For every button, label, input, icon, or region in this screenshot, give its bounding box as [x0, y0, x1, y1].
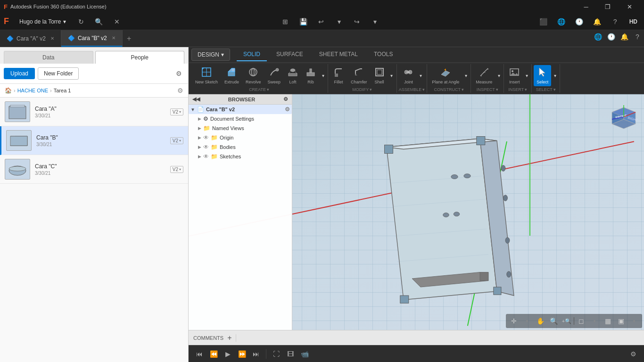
- breadcrumb-settings-icon[interactable]: ⚙: [177, 87, 183, 94]
- rib-button[interactable]: Rib: [302, 65, 319, 86]
- tab-data[interactable]: Data: [4, 51, 93, 64]
- settings-button[interactable]: ⚙: [627, 348, 639, 360]
- clock-icon[interactable]: 🕐: [604, 30, 618, 43]
- redo-dropdown[interactable]: ▾: [368, 15, 381, 28]
- design-dropdown[interactable]: DESIGN ▾: [191, 49, 230, 61]
- toolbar-tab-sheetmetal[interactable]: SHEET METAL: [313, 48, 364, 61]
- select-dropdown[interactable]: ▾: [552, 72, 558, 80]
- browser-item-named-views[interactable]: ▶ 📁 Named Views: [189, 123, 292, 133]
- new-folder-button[interactable]: New Folder: [38, 67, 79, 80]
- assemble-dropdown[interactable]: ▾: [418, 72, 423, 80]
- refresh-button[interactable]: ↻: [74, 15, 88, 28]
- notifications-button[interactable]: 🔔: [591, 15, 604, 28]
- file-version-a[interactable]: V2 ▾: [170, 108, 183, 115]
- tab-add-button[interactable]: +: [123, 30, 136, 47]
- tab-close-a[interactable]: ✕: [50, 36, 54, 41]
- search-button[interactable]: 🔍: [92, 15, 106, 28]
- shell-button[interactable]: Shell: [371, 65, 388, 86]
- tab-close-b[interactable]: ✕: [112, 35, 116, 41]
- online-icon-2[interactable]: 🌐: [591, 30, 604, 43]
- display-mode-button[interactable]: ◻: [575, 315, 587, 327]
- tab-cara-a[interactable]: 🔷 Cara "A" v2 ✕: [0, 30, 61, 47]
- joint-button[interactable]: Joint: [400, 65, 417, 86]
- breadcrumb-hache[interactable]: HACHE ONE: [17, 88, 48, 93]
- restore-button[interactable]: ❐: [597, 0, 619, 13]
- modify-dropdown[interactable]: ▾: [389, 72, 395, 80]
- grid-display-button[interactable]: ▦: [602, 315, 614, 327]
- root-settings-icon[interactable]: ⚙: [285, 106, 290, 113]
- online-button[interactable]: 🌐: [555, 15, 568, 28]
- viewport-layout-dropdown[interactable]: ▾: [628, 315, 640, 327]
- panel-settings-button[interactable]: ⚙: [173, 68, 184, 79]
- browser-item-sketches[interactable]: ▶ 👁 📁 Sketches: [189, 152, 292, 161]
- undo-dropdown[interactable]: ▾: [332, 15, 346, 28]
- canvas-wrapper[interactable]: ◀◀ BROWSER ⚙ ▼ 📄 Cara "B" v2 ⚙ ▶ ⚙: [189, 94, 644, 330]
- file-version-c[interactable]: V2 ▾: [170, 166, 183, 173]
- browser-item-doc-settings[interactable]: ▶ ⚙ Document Settings: [189, 114, 292, 123]
- construct-dropdown[interactable]: ▾: [463, 72, 469, 80]
- history-button[interactable]: 🕐: [573, 15, 586, 28]
- toolbar-tab-surface[interactable]: SURFACE: [270, 48, 310, 61]
- tab-people[interactable]: People: [95, 51, 185, 64]
- redo-button[interactable]: ↪: [350, 15, 363, 28]
- help-button[interactable]: ?: [609, 15, 622, 28]
- list-item[interactable]: Cara "A" 3/30/21 V2 ▾: [0, 98, 188, 126]
- close-button[interactable]: ✕: [619, 0, 640, 13]
- browser-item-origin[interactable]: ▶ 👁 📁 Origin: [189, 133, 292, 142]
- file-version-b[interactable]: V2 ▾: [170, 137, 183, 144]
- zoom-in-button[interactable]: +🔍: [561, 315, 573, 327]
- zoom-button[interactable]: 🔍: [547, 315, 560, 327]
- sweep-button[interactable]: Sweep: [265, 65, 284, 86]
- skip-start-button[interactable]: ⏮: [193, 348, 206, 360]
- browser-collapse-icon[interactable]: ◀◀: [192, 96, 200, 102]
- browser-item-bodies[interactable]: ▶ 👁 📁 Bodies: [189, 142, 292, 152]
- viewport-layout-button[interactable]: ▣: [615, 315, 627, 327]
- select-button[interactable]: Select: [534, 65, 551, 86]
- chamfer-button[interactable]: Chamfer: [348, 65, 370, 86]
- apps-button[interactable]: ⬛: [537, 15, 550, 28]
- comments-add-icon[interactable]: +: [227, 334, 231, 342]
- create-sketch-button[interactable]: New Sketch: [192, 65, 221, 86]
- play-button[interactable]: ▶: [222, 348, 234, 360]
- create-dropdown[interactable]: ▾: [320, 72, 326, 80]
- eye-icon[interactable]: 👁: [203, 134, 209, 141]
- revolve-button[interactable]: Revolve: [243, 65, 264, 86]
- insert-dropdown[interactable]: ▾: [524, 72, 529, 80]
- browser-root-item[interactable]: ▼ 📄 Cara "B" v2 ⚙: [189, 105, 292, 114]
- pan-dropdown[interactable]: ▾: [521, 315, 533, 327]
- pan-button[interactable]: ✛: [508, 315, 520, 327]
- camera-button[interactable]: 📹: [298, 348, 311, 360]
- upload-button[interactable]: Upload: [4, 68, 35, 79]
- measure-button[interactable]: ↔ Measure: [473, 65, 495, 86]
- extrude-button[interactable]: Extrude: [222, 65, 242, 86]
- toolbar-tab-solid[interactable]: SOLID: [237, 48, 267, 61]
- capture-image-button[interactable]: ⛶: [270, 348, 282, 360]
- skip-end-button[interactable]: ⏭: [250, 348, 262, 360]
- undo-button[interactable]: ↩: [314, 15, 328, 28]
- nav-cube[interactable]: FRONT RIGHT: [607, 98, 640, 131]
- fillet-button[interactable]: Fillet: [330, 65, 347, 86]
- display-dropdown[interactable]: ▾: [588, 315, 601, 327]
- animate-button[interactable]: 🎞: [284, 348, 297, 360]
- minimize-button[interactable]: ─: [575, 0, 597, 13]
- inspect-dropdown[interactable]: ▾: [496, 72, 502, 80]
- loft-button[interactable]: Loft: [284, 65, 301, 86]
- toolbar-tab-tools[interactable]: TOOLS: [367, 48, 399, 61]
- step-back-button[interactable]: ⏪: [207, 348, 220, 360]
- step-forward-button[interactable]: ⏩: [236, 348, 248, 360]
- help-icon-2[interactable]: ?: [631, 30, 644, 43]
- orbit-button[interactable]: ✋: [534, 315, 546, 327]
- home-icon[interactable]: 🏠: [5, 87, 12, 94]
- insert-image-button[interactable]: Insert: [506, 65, 523, 86]
- list-item[interactable]: Cara "C" 3/30/21 V2 ▾: [0, 155, 188, 184]
- plane-button[interactable]: Plane at Angle: [429, 65, 462, 86]
- tab-cara-b[interactable]: 🔷 Cara "B" v2 ✕: [61, 30, 123, 47]
- grid-button[interactable]: ⊞: [279, 15, 292, 28]
- list-item[interactable]: Cara "B" 3/30/21 V2 ▾: [0, 126, 188, 155]
- eye-sketches-icon[interactable]: 👁: [203, 153, 209, 160]
- save-button[interactable]: 💾: [297, 15, 310, 28]
- user-menu[interactable]: Hugo de la Torre ▾: [16, 16, 70, 27]
- close-panel-button[interactable]: ✕: [110, 15, 124, 28]
- eye-bodies-icon[interactable]: 👁: [203, 144, 209, 150]
- bell-icon[interactable]: 🔔: [618, 30, 631, 43]
